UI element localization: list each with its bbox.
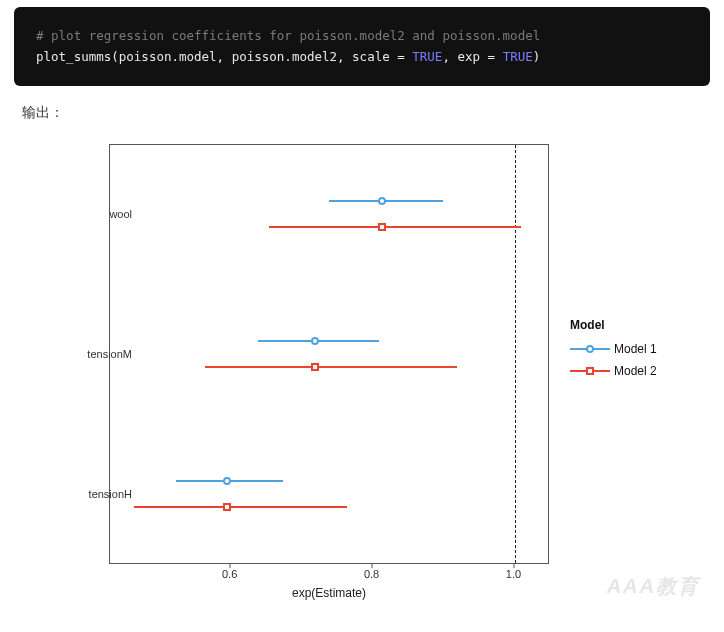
point-square [311,363,319,371]
watermark: AAA教育 [607,573,700,600]
code-args-1: (poisson.model, poisson.model2, scale = [111,49,412,64]
code-comment: # plot regression coefficients for poiss… [36,28,540,43]
legend-title: Model [570,318,657,332]
point-circle [311,337,319,345]
legend-item: Model 1 [570,338,657,360]
legend-symbol [570,343,610,355]
legend-symbol [570,365,610,377]
point-square [223,503,231,511]
code-true-2: TRUE [503,49,533,64]
plot-panel [109,144,549,564]
point-circle [378,197,386,205]
y-tick-label: tensionH [72,488,132,500]
legend-item: Model 2 [570,360,657,382]
code-args-2: , exp = [442,49,502,64]
code-fn: plot_summs [36,49,111,64]
reference-line [515,145,516,563]
ci-line [205,366,457,368]
ci-line [134,506,347,508]
x-tick-label: 0.6 [222,568,237,580]
y-tick-label: tensionM [72,348,132,360]
code-close: ) [533,49,541,64]
code-true-1: TRUE [412,49,442,64]
x-tick-label: 0.8 [364,568,379,580]
ci-line [269,226,521,228]
point-circle [223,477,231,485]
y-tick-label: wool [72,208,132,220]
point-square [378,223,386,231]
legend-label: Model 1 [614,342,657,356]
code-block: # plot regression coefficients for poiss… [14,7,710,86]
coefficient-plot: exp(Estimate) Model Model 1Model 2 AAA教育… [14,126,710,604]
x-tick-label: 1.0 [506,568,521,580]
legend: Model Model 1Model 2 [570,318,657,382]
x-axis-label: exp(Estimate) [109,586,549,600]
legend-label: Model 2 [614,364,657,378]
output-label: 输出： [22,104,702,122]
